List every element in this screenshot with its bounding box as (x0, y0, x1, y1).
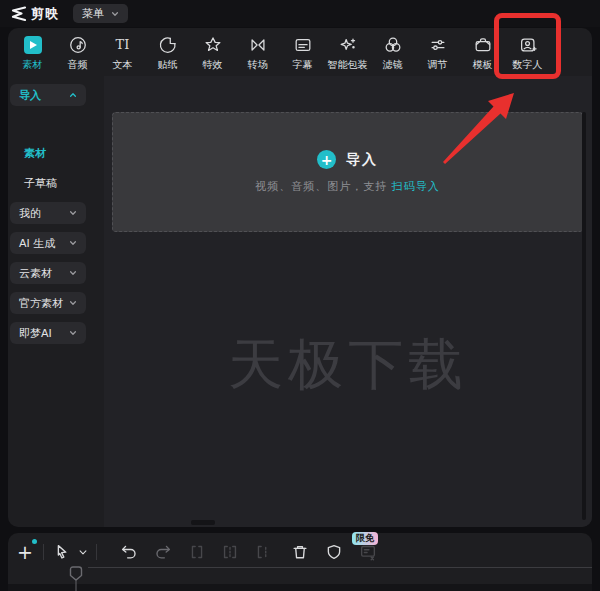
menu-button-label: 菜单 (82, 6, 104, 21)
filter-rings-icon (383, 35, 403, 55)
watermark-text: 天极下载 (128, 328, 568, 402)
notification-dot (32, 539, 37, 544)
sticker-icon (158, 35, 178, 55)
split-right-icon (253, 542, 273, 562)
tab-sticker[interactable]: 贴纸 (145, 28, 190, 76)
chevron-up-icon (69, 91, 77, 99)
tab-smart-pack[interactable]: 智能包装 (325, 28, 370, 76)
content-area: + 导入 视频、音频、图片，支持 扫码导入 天极下载 (104, 76, 592, 527)
vertical-scrollbar[interactable] (582, 112, 586, 520)
app-window: 剪映 菜单 素材 音频 TI 文本 (0, 0, 600, 591)
split-right-button[interactable] (250, 539, 276, 565)
sidebar-item-material[interactable]: 素材 (24, 146, 46, 161)
timeline-track-gutter (8, 584, 592, 591)
main-panel: 素材 音频 TI 文本 贴纸 (8, 28, 592, 527)
limited-free-badge: 限免 (352, 532, 378, 545)
import-hint: 视频、音频、图片，支持 扫码导入 (255, 179, 440, 194)
sidebar-group-import[interactable]: 导入 (10, 84, 86, 106)
scan-import-link[interactable]: 扫码导入 (392, 180, 440, 193)
caption-icon (293, 35, 313, 55)
shield-icon (324, 542, 344, 562)
cursor-tool-dropdown[interactable] (75, 539, 91, 565)
smart-pack-sparkle-icon (338, 35, 358, 55)
sidebar: 导入 素材 子草稿 我的 AI 生成 云素材 官方素材 (8, 76, 104, 527)
transition-icon (248, 35, 268, 55)
import-button[interactable]: + 导入 (317, 150, 378, 169)
app-logo: 剪映 (10, 5, 59, 23)
sidebar-dropdown-mine[interactable]: 我的 (10, 202, 86, 224)
sidebar-dropdown-jimeng-ai[interactable]: 即梦AI (10, 322, 86, 344)
tab-effects[interactable]: 特效 (190, 28, 235, 76)
menu-button[interactable]: 菜单 (73, 4, 128, 23)
material-icon (23, 35, 43, 55)
chevron-down-icon (69, 329, 77, 337)
divider (43, 544, 44, 560)
timeline-toolbar: + (8, 537, 592, 567)
sidebar-item-subdraft[interactable]: 子草稿 (24, 176, 57, 191)
playhead-marker[interactable] (66, 566, 86, 591)
import-dropzone[interactable]: + 导入 视频、音频、图片，支持 扫码导入 (112, 112, 583, 232)
tab-text[interactable]: TI 文本 (100, 28, 145, 76)
tab-template[interactable]: 模板 (460, 28, 505, 76)
sidebar-dropdown-cloud-material[interactable]: 云素材 (10, 262, 86, 284)
undo-button[interactable] (116, 539, 142, 565)
top-tab-bar: 素材 音频 TI 文本 贴纸 (8, 28, 592, 76)
horizontal-scrollbar[interactable] (191, 520, 215, 525)
split-middle-button[interactable] (217, 539, 243, 565)
audio-icon (68, 35, 88, 55)
redo-button[interactable] (150, 539, 176, 565)
undo-icon (119, 542, 139, 562)
document-cut-icon (358, 542, 378, 562)
timeline-panel: + (8, 533, 592, 591)
timeline-ruler[interactable] (88, 567, 592, 568)
chevron-down-icon (69, 299, 77, 307)
tab-filter[interactable]: 滤镜 (370, 28, 415, 76)
mask-button[interactable] (321, 539, 347, 565)
delete-button[interactable] (287, 539, 313, 565)
sidebar-dropdown-official-material[interactable]: 官方素材 (10, 292, 86, 314)
cursor-arrow-icon (52, 542, 72, 562)
tab-material[interactable]: 素材 (10, 28, 55, 76)
chevron-down-icon (75, 542, 91, 562)
app-title: 剪映 (31, 5, 59, 23)
jianying-logo-icon (10, 6, 27, 22)
divider (96, 544, 97, 560)
plus-circle-icon: + (317, 150, 336, 169)
split-left-icon (187, 542, 207, 562)
title-bar: 剪映 菜单 (0, 0, 600, 27)
sidebar-dropdown-ai-generate[interactable]: AI 生成 (10, 232, 86, 254)
chevron-down-icon (111, 10, 119, 18)
trash-icon (290, 542, 310, 562)
split-left-button[interactable] (184, 539, 210, 565)
tab-transition[interactable]: 转场 (235, 28, 280, 76)
cursor-tool-button[interactable] (49, 539, 75, 565)
chevron-down-icon (69, 239, 77, 247)
tab-audio[interactable]: 音频 (55, 28, 100, 76)
digital-human-icon (518, 35, 538, 55)
split-middle-icon (220, 542, 240, 562)
redo-icon (153, 542, 173, 562)
tab-digital-human[interactable]: 数字人 (505, 28, 550, 76)
add-clip-button[interactable]: + (12, 539, 38, 565)
adjust-sliders-icon (428, 35, 448, 55)
effects-star-icon (203, 35, 223, 55)
text-icon: TI (113, 35, 133, 55)
tab-adjust[interactable]: 调节 (415, 28, 460, 76)
template-icon (473, 35, 493, 55)
chevron-down-icon (69, 269, 77, 277)
tab-caption[interactable]: 字幕 (280, 28, 325, 76)
chevron-down-icon (69, 209, 77, 217)
